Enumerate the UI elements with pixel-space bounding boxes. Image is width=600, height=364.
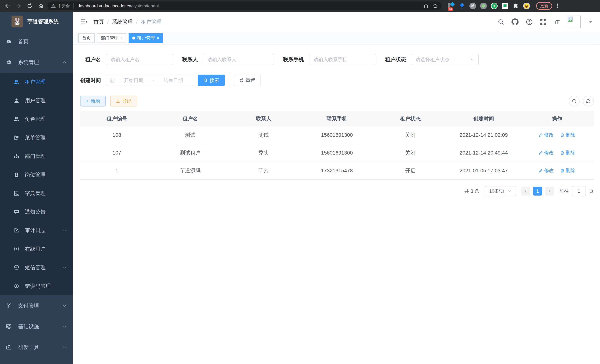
dashboard-icon [6, 39, 11, 44]
fullscreen-icon[interactable] [540, 19, 546, 25]
edit-link[interactable]: 修改 [539, 167, 554, 174]
next-page-button[interactable] [545, 187, 554, 196]
sidebar-item-dict[interactable]: 字典管理 [0, 184, 73, 203]
sidebar-item-system[interactable]: 系统管理 [0, 52, 73, 73]
forward-button[interactable] [14, 1, 23, 10]
add-button[interactable]: + 新增 [80, 96, 106, 106]
table-row: 1 芋道源码 芋艿 17321315478 开启 2021-01-05 17:0… [80, 162, 594, 180]
extension-kite-icon[interactable] [458, 2, 466, 10]
refresh-table-button[interactable] [583, 96, 594, 106]
menu-label: 审计日志 [25, 227, 46, 234]
chrome-update-button[interactable]: 更新 [536, 2, 552, 10]
search-icon[interactable] [498, 19, 504, 25]
extension-chat-icon[interactable] [501, 2, 509, 10]
sidebar-item-dept[interactable]: 部门管理 [0, 147, 73, 166]
delete-link[interactable]: 删除 [560, 132, 575, 138]
sidebar-item-post[interactable]: 岗位管理 [0, 166, 73, 184]
sidebar-item-sms[interactable]: 短信管理 [0, 258, 73, 277]
search-button[interactable]: 搜索 [198, 75, 225, 86]
end-date-placeholder: 结束日期 [157, 77, 189, 84]
extension-command-icon[interactable]: ⌘ [469, 2, 477, 10]
avatar-caret-icon[interactable] [589, 21, 593, 23]
collapse-sidebar-icon[interactable] [80, 18, 88, 26]
export-button[interactable]: 导出 [110, 96, 137, 106]
app-logo[interactable]: 🐰 芋道管理系统 [0, 12, 73, 31]
url-path: /system/tenant [131, 3, 159, 8]
security-chip[interactable]: 不安全 [51, 3, 70, 9]
avatar[interactable] [567, 16, 581, 28]
close-icon[interactable]: × [157, 36, 159, 40]
mobile-input[interactable] [309, 54, 376, 65]
font-size-icon[interactable]: ᴛT [554, 19, 559, 25]
back-button[interactable] [3, 1, 12, 10]
breadcrumb-system[interactable]: 系统管理 [112, 18, 133, 25]
edit-log-icon [14, 228, 19, 233]
cell-id: 107 [80, 144, 153, 162]
edit-link[interactable]: 修改 [539, 149, 554, 156]
sidebar-item-pay[interactable]: 支付管理 [0, 295, 73, 316]
gear-icon [6, 60, 11, 65]
prev-page-button[interactable] [521, 187, 530, 196]
breadcrumb-home[interactable]: 首页 [94, 18, 104, 25]
sidebar-item-home[interactable]: 首页 [0, 31, 73, 52]
chevron-down-icon [470, 57, 475, 62]
reset-button[interactable]: 重置 [234, 75, 261, 86]
address-bar[interactable]: 不安全 dashboard.yudao.iocoder.cn/system/te… [47, 1, 441, 10]
sidebar-item-devtools[interactable]: 研发工具 [0, 337, 73, 358]
sidebar-item-online-users[interactable]: 在线用户 [0, 240, 73, 258]
delete-link[interactable]: 删除 [560, 167, 575, 174]
menu-label: 系统管理 [18, 59, 39, 66]
tab-dept[interactable]: 部门管理 × [97, 33, 126, 43]
page-size-select[interactable]: 10条/页 [485, 186, 516, 196]
extensions-puzzle-icon[interactable] [512, 2, 519, 10]
home-button[interactable] [36, 1, 45, 10]
status-select[interactable]: 请选择租户状态 [411, 54, 479, 65]
tag-view-bar: 首页 部门管理 × 租户管理 × [73, 32, 600, 44]
close-icon[interactable]: × [120, 36, 123, 40]
help-icon[interactable] [526, 19, 533, 25]
pagination: 共 3 条 10条/页 1 [80, 186, 594, 196]
date-range-picker[interactable]: 开始日期 - 结束日期 [106, 75, 193, 86]
dictionary-icon [14, 191, 19, 196]
plus-icon: + [86, 98, 89, 104]
extension-y-icon[interactable]: Y [490, 2, 498, 10]
sidebar-item-user[interactable]: 用户管理 [0, 91, 73, 110]
extension-dot-icon[interactable] [480, 2, 487, 10]
goto-page-input[interactable] [572, 186, 586, 196]
delete-link[interactable]: 删除 [560, 149, 575, 156]
chevron-up-icon [62, 60, 67, 65]
briefcase-icon [6, 345, 11, 350]
page-number-1[interactable]: 1 [533, 187, 542, 196]
col-tenant-id: 租户编号 [80, 111, 153, 126]
sidebar-item-audit-log[interactable]: 审计日志 [0, 221, 73, 240]
sidebar-item-infra[interactable]: 基础设施 [0, 316, 73, 337]
toggle-search-button[interactable] [569, 96, 580, 106]
refresh-icon [586, 99, 591, 103]
user-icon [14, 98, 19, 103]
sidebar-item-errcode[interactable]: 错误码管理 [0, 277, 73, 295]
tab-home[interactable]: 首页 [78, 33, 95, 43]
edit-link[interactable]: 修改 [539, 132, 554, 138]
sidebar-item-menu[interactable]: 菜单管理 [0, 128, 73, 147]
cell-name: 测试 [153, 126, 227, 144]
tab-tenant[interactable]: 租户管理 × [129, 33, 163, 43]
browser-menu-button[interactable] [554, 3, 560, 9]
table-row: 108 测试 测试 15601691300 关闭 2021-12-14 21:0… [80, 126, 594, 144]
tenant-name-input[interactable] [106, 54, 173, 65]
bookmark-star-icon[interactable] [432, 3, 438, 9]
extension-emoji-icon[interactable] [523, 2, 530, 10]
cell-mobile: 17321315478 [300, 162, 374, 180]
download-icon [116, 99, 120, 103]
sidebar-item-notice[interactable]: 通知公告 [0, 203, 73, 221]
github-icon[interactable] [512, 18, 519, 25]
reload-button[interactable] [25, 1, 34, 10]
warning-icon [51, 4, 56, 8]
sidebar-item-tenant[interactable]: 租户管理 [0, 73, 73, 91]
chevron-down-icon [62, 345, 67, 350]
share-icon[interactable] [423, 3, 429, 9]
security-label: 不安全 [57, 3, 70, 9]
sidebar-item-role[interactable]: 角色管理 [0, 110, 73, 128]
contact-input[interactable] [203, 54, 274, 65]
extension-tabs-icon[interactable]: 10 [448, 2, 455, 10]
search-icon [203, 78, 208, 83]
